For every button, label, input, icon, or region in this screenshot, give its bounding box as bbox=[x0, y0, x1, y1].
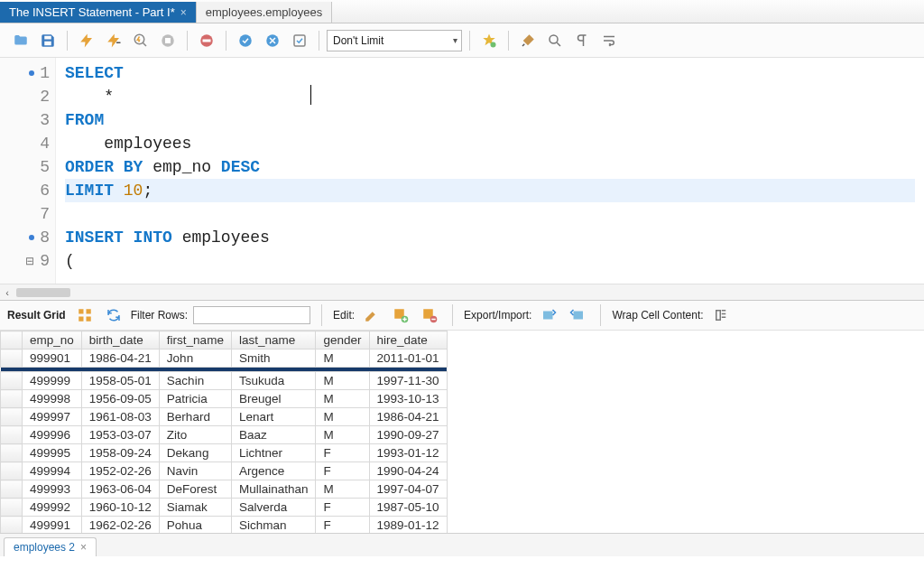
column-header[interactable]: last_name bbox=[231, 331, 316, 350]
sql-editor[interactable]: 12345678⊟9 SELECT *FROM employeesORDER B… bbox=[0, 58, 924, 284]
refresh-button[interactable] bbox=[102, 303, 125, 327]
tab-employees-table[interactable]: employees.employees bbox=[197, 2, 332, 23]
column-header[interactable]: gender bbox=[316, 331, 369, 350]
cell[interactable]: 1963-06-04 bbox=[81, 480, 159, 499]
cell[interactable]: M bbox=[316, 480, 369, 499]
cell[interactable]: 2011-01-01 bbox=[369, 350, 447, 368]
cell[interactable]: 1953-03-07 bbox=[81, 426, 159, 444]
cell[interactable]: 1989-01-12 bbox=[369, 517, 447, 534]
cell[interactable]: Pohua bbox=[159, 517, 231, 534]
rollback-button[interactable] bbox=[261, 29, 284, 52]
column-header[interactable]: birth_date bbox=[81, 331, 159, 350]
column-header[interactable]: first_name bbox=[159, 331, 231, 350]
cell[interactable]: F bbox=[316, 444, 369, 462]
column-header[interactable]: hire_date bbox=[369, 331, 447, 350]
cell[interactable]: 1990-09-27 bbox=[369, 426, 447, 444]
cell[interactable]: 1958-05-01 bbox=[81, 372, 159, 390]
wrap-cell-button[interactable] bbox=[709, 303, 733, 327]
cell[interactable]: 1958-09-24 bbox=[81, 444, 159, 462]
cell[interactable]: Siamak bbox=[159, 499, 231, 517]
brush-button[interactable] bbox=[516, 29, 540, 52]
cell[interactable]: F bbox=[316, 517, 369, 534]
result-grid[interactable]: emp_nobirth_datefirst_namelast_namegende… bbox=[0, 331, 924, 533]
save-button[interactable] bbox=[36, 29, 60, 52]
cell[interactable]: DeForest bbox=[159, 480, 231, 499]
invisible-chars-button[interactable] bbox=[570, 29, 594, 52]
table-row[interactable]: 4999981956-09-05PatriciaBreugelM1993-10-… bbox=[1, 390, 448, 408]
cell[interactable]: Tsukuda bbox=[231, 372, 316, 390]
cell[interactable]: 1993-10-13 bbox=[369, 390, 447, 408]
cell[interactable]: 499991 bbox=[23, 517, 82, 534]
word-wrap-button[interactable] bbox=[597, 29, 621, 52]
cell[interactable]: John bbox=[159, 350, 231, 368]
cell[interactable]: 499995 bbox=[23, 444, 82, 462]
export-button[interactable] bbox=[537, 303, 560, 327]
commit-button[interactable] bbox=[234, 29, 257, 52]
cell[interactable]: Sachin bbox=[159, 372, 231, 390]
close-icon[interactable]: × bbox=[180, 6, 187, 19]
cell[interactable]: M bbox=[316, 350, 369, 368]
table-row[interactable]: 4999951958-09-24DekangLichtnerF1993-01-1… bbox=[1, 444, 448, 462]
cell[interactable]: Berhard bbox=[159, 408, 231, 426]
table-row[interactable]: 4999991958-05-01SachinTsukudaM1997-11-30 bbox=[1, 372, 448, 390]
cell[interactable]: 1997-04-07 bbox=[369, 480, 447, 499]
cell[interactable]: Dekang bbox=[159, 444, 231, 462]
cell[interactable]: 499999 bbox=[23, 372, 82, 390]
beautify-button[interactable] bbox=[477, 29, 501, 52]
tab-insert-statement[interactable]: The INSERT Statement - Part I* × bbox=[0, 2, 197, 23]
cell[interactable]: F bbox=[316, 499, 369, 517]
table-row[interactable]: 4999931963-06-04DeForestMullainathanM199… bbox=[1, 480, 448, 499]
cell[interactable]: Baaz bbox=[231, 426, 316, 444]
cell[interactable]: 1986-04-21 bbox=[369, 408, 447, 426]
chevron-left-icon[interactable]: ‹ bbox=[0, 287, 14, 298]
cell[interactable]: 1987-05-10 bbox=[369, 499, 447, 517]
explain-button[interactable] bbox=[129, 29, 152, 52]
column-header[interactable]: emp_no bbox=[23, 331, 82, 350]
scrollbar-thumb[interactable] bbox=[16, 288, 70, 297]
cell[interactable]: 1993-01-12 bbox=[369, 444, 447, 462]
cell[interactable]: 499993 bbox=[23, 480, 82, 499]
table-row[interactable]: 4999941952-02-26NavinArgenceF1990-04-24 bbox=[1, 462, 448, 480]
cell[interactable]: Salverda bbox=[231, 499, 316, 517]
cell[interactable]: M bbox=[316, 372, 369, 390]
cell[interactable]: 1961-08-03 bbox=[81, 408, 159, 426]
delete-row-button[interactable] bbox=[418, 303, 441, 327]
result-view-button[interactable] bbox=[73, 303, 97, 327]
cell[interactable]: Argence bbox=[231, 462, 316, 480]
cell[interactable]: 499998 bbox=[23, 390, 82, 408]
table-row[interactable]: 4999921960-10-12SiamakSalverdaF1987-05-1… bbox=[1, 499, 448, 517]
cell[interactable]: 1956-09-05 bbox=[81, 390, 159, 408]
filter-rows-input[interactable] bbox=[193, 306, 310, 324]
editor-horizontal-scrollbar[interactable]: ‹ bbox=[0, 284, 924, 300]
open-file-button[interactable] bbox=[9, 29, 32, 52]
cell[interactable]: 499994 bbox=[23, 462, 82, 480]
cell[interactable]: 999901 bbox=[23, 350, 82, 368]
cell[interactable]: M bbox=[316, 408, 369, 426]
table-row[interactable]: 4999971961-08-03BerhardLenartM1986-04-21 bbox=[1, 408, 448, 426]
cell[interactable]: 1990-04-24 bbox=[369, 462, 447, 480]
cell[interactable]: F bbox=[316, 462, 369, 480]
cell[interactable]: Breugel bbox=[231, 390, 316, 408]
add-row-button[interactable] bbox=[389, 303, 412, 327]
cell[interactable]: M bbox=[316, 426, 369, 444]
limit-rows-combo[interactable]: Don't Limit bbox=[327, 30, 462, 51]
cell[interactable]: 1997-11-30 bbox=[369, 372, 447, 390]
table-row[interactable]: 9999011986-04-21JohnSmithM2011-01-01 bbox=[1, 350, 448, 368]
find-button[interactable] bbox=[543, 29, 567, 52]
cell[interactable]: 1952-02-26 bbox=[81, 462, 159, 480]
cell[interactable]: 1986-04-21 bbox=[81, 350, 159, 368]
result-tab-employees-2[interactable]: employees 2 × bbox=[4, 537, 97, 556]
code-area[interactable]: SELECT *FROM employeesORDER BY emp_no DE… bbox=[56, 58, 924, 284]
cell[interactable]: Smith bbox=[231, 350, 316, 368]
cell[interactable]: 1960-10-12 bbox=[81, 499, 159, 517]
cell[interactable]: Patricia bbox=[159, 390, 231, 408]
cell[interactable]: Lenart bbox=[231, 408, 316, 426]
close-icon[interactable]: × bbox=[80, 541, 87, 554]
cell[interactable]: Mullainathan bbox=[231, 480, 316, 499]
execute-current-button[interactable] bbox=[102, 29, 125, 52]
stop-button[interactable] bbox=[156, 29, 180, 52]
table-row[interactable]: 4999911962-02-26PohuaSichmanF1989-01-12 bbox=[1, 517, 448, 534]
cell[interactable]: Zito bbox=[159, 426, 231, 444]
cell[interactable]: 499992 bbox=[23, 499, 82, 517]
cell[interactable]: Lichtner bbox=[231, 444, 316, 462]
